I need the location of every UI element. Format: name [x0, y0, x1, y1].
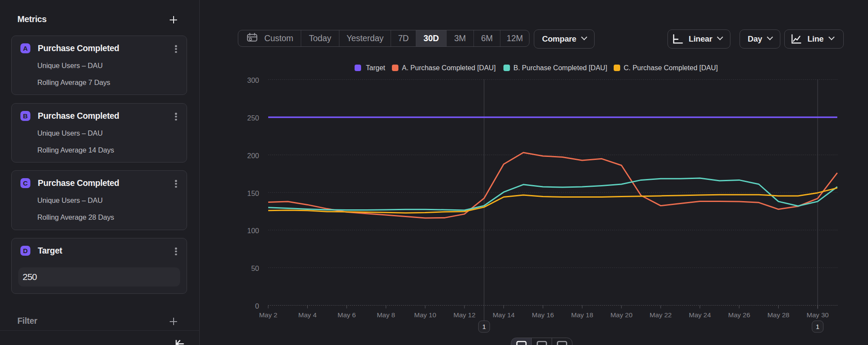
svg-text:200: 200 [247, 152, 259, 159]
svg-text:B. Purchase Completed [DAU]: B. Purchase Completed [DAU] [513, 64, 607, 72]
svg-text:May 2: May 2 [259, 311, 277, 319]
svg-text:May 20: May 20 [610, 311, 632, 319]
svg-text:May 28: May 28 [767, 311, 789, 319]
svg-text:May 4: May 4 [298, 311, 317, 319]
svg-text:0: 0 [255, 302, 259, 310]
svg-text:May 14: May 14 [493, 311, 515, 319]
svg-text:Target: Target [366, 64, 385, 72]
svg-text:May 8: May 8 [377, 311, 395, 319]
svg-text:May 30: May 30 [807, 311, 829, 319]
svg-text:300: 300 [247, 76, 259, 84]
svg-text:1: 1 [816, 323, 819, 330]
svg-text:250: 250 [247, 114, 259, 122]
svg-text:C. Purchase Completed [DAU]: C. Purchase Completed [DAU] [624, 64, 718, 72]
svg-text:May 24: May 24 [689, 311, 711, 319]
svg-text:May 6: May 6 [338, 311, 356, 319]
svg-text:May 22: May 22 [650, 311, 672, 319]
svg-text:May 16: May 16 [532, 311, 554, 319]
svg-text:150: 150 [247, 189, 259, 197]
svg-text:May 12: May 12 [454, 311, 476, 319]
svg-text:May 10: May 10 [414, 311, 436, 319]
svg-text:May 26: May 26 [728, 311, 750, 319]
svg-text:A. Purchase Completed [DAU]: A. Purchase Completed [DAU] [402, 64, 496, 72]
svg-text:50: 50 [251, 264, 259, 272]
svg-text:100: 100 [247, 227, 259, 234]
svg-text:1: 1 [482, 323, 486, 330]
svg-text:May 18: May 18 [571, 311, 593, 319]
